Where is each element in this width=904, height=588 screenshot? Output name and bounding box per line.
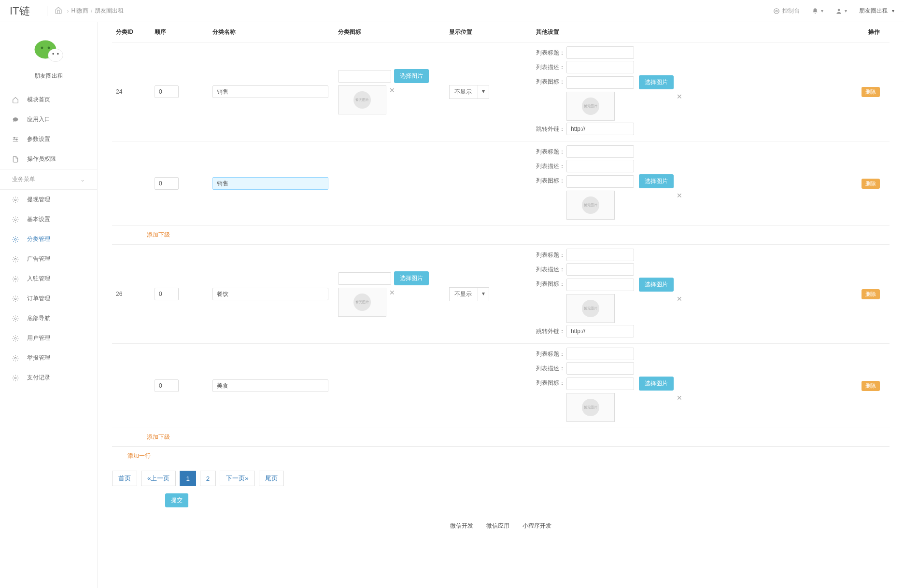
list-icon-input[interactable]	[566, 279, 634, 291]
image-placeholder: 暂无图片	[338, 85, 386, 114]
name-input[interactable]	[212, 379, 328, 392]
category-icon-input[interactable]	[338, 272, 391, 285]
gear-icon	[12, 256, 20, 263]
list-desc-input[interactable]	[566, 263, 634, 276]
sidebar-item[interactable]: 操作员权限	[0, 149, 97, 169]
image-placeholder: 暂无图片	[566, 294, 615, 323]
svg-point-17	[14, 238, 16, 240]
list-icon-input[interactable]	[566, 378, 634, 390]
submit-button[interactable]: 提交	[165, 493, 188, 507]
list-desc-input[interactable]	[566, 160, 634, 172]
page-next[interactable]: 下一页»	[220, 471, 254, 486]
sidebar-item[interactable]: 订单管理	[0, 289, 97, 308]
sidebar-item[interactable]: 底部导航	[0, 308, 97, 328]
footer-link[interactable]: 微信开发	[450, 522, 473, 529]
user-dropdown[interactable]: ▾	[835, 8, 847, 14]
chevron-right-icon: ›	[67, 8, 69, 14]
select-image-button[interactable]: 选择图片	[394, 69, 429, 83]
page-1[interactable]: 1	[180, 471, 196, 486]
page-2[interactable]: 2	[200, 471, 216, 486]
notifications-dropdown[interactable]: ▾	[812, 8, 823, 14]
sidebar-item[interactable]: 模块首页	[0, 90, 97, 110]
remove-image-icon[interactable]: ✕	[677, 394, 682, 402]
select-image-button[interactable]: 选择图片	[639, 278, 674, 292]
remove-image-icon[interactable]: ✕	[677, 295, 682, 303]
delete-button[interactable]: 删除	[862, 381, 880, 391]
sort-input[interactable]	[155, 288, 179, 300]
breadcrumb-item[interactable]: 朋友圈出租	[95, 7, 124, 15]
delete-button[interactable]: 删除	[862, 179, 880, 189]
settings-icon	[12, 136, 20, 143]
position-select[interactable]: 不显示▾	[449, 287, 528, 301]
select-image-button[interactable]: 选择图片	[639, 174, 674, 188]
sidebar-item[interactable]: 入驻管理	[0, 269, 97, 289]
cell-id: 26	[112, 245, 151, 344]
footer-link[interactable]: 微信应用	[486, 522, 509, 529]
sidebar-item-label: 操作员权限	[27, 155, 56, 163]
jump-link-input[interactable]	[566, 325, 634, 337]
sort-input[interactable]	[155, 177, 179, 190]
list-title-input[interactable]	[566, 348, 634, 360]
home-icon[interactable]	[55, 6, 62, 15]
add-sub-link[interactable]: 添加下级	[112, 226, 890, 244]
list-desc-input[interactable]	[566, 362, 634, 375]
sidebar-item[interactable]: 支付记录	[0, 368, 97, 388]
app-logo	[0, 22, 97, 72]
breadcrumb-item[interactable]: Hi微商	[71, 7, 88, 15]
svg-point-20	[14, 298, 16, 300]
console-link[interactable]: 控制台	[773, 7, 800, 15]
name-input[interactable]	[212, 177, 328, 190]
list-icon-input[interactable]	[566, 175, 634, 188]
sort-input[interactable]	[155, 85, 179, 98]
select-image-button[interactable]: 选择图片	[639, 75, 674, 89]
svg-point-15	[14, 199, 16, 201]
add-sub-link[interactable]: 添加下级	[112, 428, 890, 447]
remove-image-icon[interactable]: ✕	[677, 192, 682, 199]
th-id: 分类ID	[112, 22, 151, 42]
sidebar-item-label: 模块首页	[27, 96, 50, 104]
sort-input[interactable]	[155, 379, 179, 392]
sidebar-item-label: 基本设置	[27, 215, 50, 224]
remove-image-icon[interactable]: ✕	[677, 93, 682, 100]
page-prev[interactable]: «上一页	[141, 471, 176, 486]
sidebar-item[interactable]: 举报管理	[0, 348, 97, 368]
sidebar-item[interactable]: 基本设置	[0, 210, 97, 229]
delete-button[interactable]: 删除	[862, 289, 880, 299]
sidebar-section-header[interactable]: 业务菜单 ⌄	[0, 169, 97, 190]
sidebar-item-label: 广告管理	[27, 255, 50, 263]
sidebar-item[interactable]: 参数设置	[0, 129, 97, 149]
sidebar-item[interactable]: 应用入口	[0, 110, 97, 129]
list-title-label: 列表标题：	[536, 49, 565, 57]
sidebar-item[interactable]: 分类管理	[0, 229, 97, 249]
footer-link[interactable]: 小程序开发	[523, 522, 551, 529]
sidebar-item[interactable]: 广告管理	[0, 249, 97, 269]
list-icon-input[interactable]	[566, 76, 634, 89]
remove-image-icon[interactable]: ✕	[389, 86, 395, 94]
gear-icon	[12, 276, 20, 282]
page-first[interactable]: 首页	[112, 471, 137, 486]
name-input[interactable]	[212, 288, 328, 300]
list-desc-input[interactable]	[566, 61, 634, 73]
add-row-link[interactable]: 添加一行	[112, 447, 890, 465]
remove-image-icon[interactable]: ✕	[389, 289, 395, 296]
delete-button[interactable]: 删除	[862, 87, 880, 97]
category-icon-input[interactable]	[338, 70, 391, 83]
list-title-label: 列表标题：	[536, 350, 565, 358]
sidebar-item[interactable]: 提现管理	[0, 190, 97, 210]
position-select[interactable]: 不显示▾	[449, 85, 528, 99]
name-input[interactable]	[212, 85, 328, 98]
select-image-button[interactable]: 选择图片	[394, 271, 429, 285]
list-title-input[interactable]	[566, 46, 634, 59]
svg-point-9	[13, 117, 18, 121]
list-title-input[interactable]	[566, 249, 634, 261]
image-placeholder: 暂无图片	[338, 288, 386, 317]
page-last[interactable]: 尾页	[259, 471, 284, 486]
sidebar-item[interactable]: 用户管理	[0, 328, 97, 348]
svg-point-23	[14, 357, 16, 359]
jump-link-input[interactable]	[566, 123, 634, 135]
select-image-button[interactable]: 选择图片	[639, 377, 674, 391]
list-title-label: 列表标题：	[536, 251, 565, 259]
sidebar-item-label: 订单管理	[27, 294, 50, 303]
list-title-input[interactable]	[566, 145, 634, 158]
account-selector[interactable]: 朋友圈出租 ▾	[859, 7, 894, 15]
